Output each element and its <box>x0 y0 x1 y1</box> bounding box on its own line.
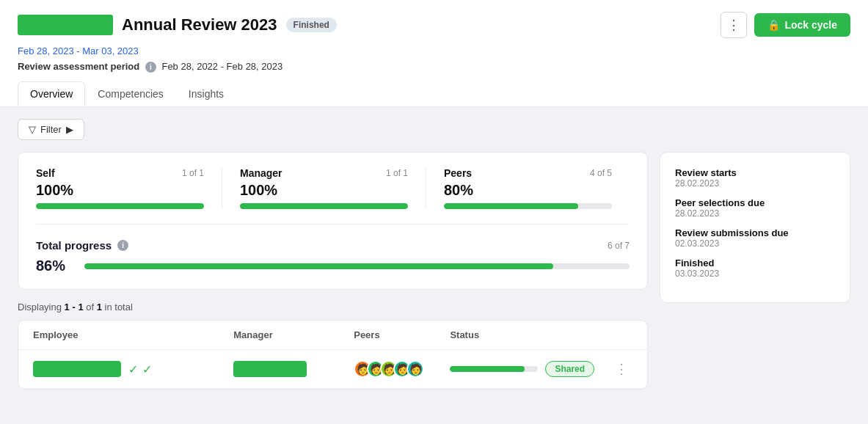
timeline-date-4: 03.03.2023 <box>675 268 835 279</box>
filter-bar: ▽ Filter ▶ <box>18 119 850 140</box>
manager-label: Manager <box>240 167 282 179</box>
self-progress-track <box>36 203 204 209</box>
main-and-side: Self 1 of 1 100% Manager 1 of 1 <box>18 152 850 390</box>
timeline-item-1: Review starts 28.02.2023 <box>675 167 835 189</box>
status-cell: Shared <box>450 361 610 377</box>
status-progress-fill <box>450 366 525 372</box>
tabs-row: Overview Competencies Insights <box>18 81 850 106</box>
manager-badge <box>233 361 307 377</box>
employee-cell: ✓ ✓ <box>33 361 233 377</box>
timeline-label-2: Peer selections due <box>675 197 835 208</box>
total-label-text: Total progress <box>36 239 112 252</box>
filter-icon: ▽ <box>29 124 36 135</box>
table-header: Employee Manager Peers Status <box>18 321 647 350</box>
filter-label: Filter <box>40 124 62 135</box>
peer-avatars: 🧑 🧑 🧑 🧑 🧑 <box>354 360 424 378</box>
total-count: 6 of 7 <box>608 241 630 251</box>
table-container: Employee Manager Peers Status ✓ ✓ <box>18 320 648 390</box>
check-icon-1: ✓ <box>128 362 138 376</box>
manager-count: 1 of 1 <box>386 168 408 178</box>
manager-progress-track <box>240 203 408 209</box>
peers-cell: 🧑 🧑 🧑 🧑 🧑 <box>354 360 450 378</box>
total-row: 86% <box>36 257 630 274</box>
lock-cycle-button[interactable]: 🔒 Lock cycle <box>754 13 850 37</box>
peers-progress-section: Peers 4 of 5 80% <box>444 167 630 209</box>
progress-panel: Self 1 of 1 100% Manager 1 of 1 <box>18 152 648 290</box>
status-progress-track <box>450 366 538 372</box>
timeline-label-1: Review starts <box>675 167 835 178</box>
manager-cell <box>233 361 354 377</box>
total-label: Total progress i <box>36 239 131 252</box>
timeline-item-3: Review submissions due 02.03.2023 <box>675 227 835 249</box>
total-info-icon: i <box>117 240 128 251</box>
info-icon: i <box>145 62 156 73</box>
timeline-item-4: Finished 03.03.2023 <box>675 257 835 279</box>
tab-competencies[interactable]: Competencies <box>85 81 176 106</box>
status-badge-shared: Shared <box>545 361 594 377</box>
header-actions: ⋮ 🔒 Lock cycle <box>721 12 850 38</box>
self-label: Self <box>36 167 55 179</box>
manager-pct: 100% <box>240 182 408 199</box>
timeline-label-4: Finished <box>675 257 835 268</box>
peer-avatar-5: 🧑 <box>406 360 424 378</box>
self-pct: 100% <box>36 182 204 199</box>
date-range: Feb 28, 2023 - Mar 03, 2023 <box>18 45 850 56</box>
self-count: 1 of 1 <box>182 168 204 178</box>
check-icon-2: ✓ <box>142 362 152 376</box>
filter-button[interactable]: ▽ Filter ▶ <box>18 119 84 140</box>
col-header-manager: Manager <box>233 329 354 340</box>
self-progress-fill <box>36 203 204 209</box>
total-pct: 86% <box>36 257 73 274</box>
main-left: Self 1 of 1 100% Manager 1 of 1 <box>18 152 648 390</box>
manager-progress-fill <box>240 203 408 209</box>
title-area: Annual Review 2023 Finished <box>18 15 337 35</box>
peers-progress-fill <box>444 203 578 209</box>
timeline-date-1: 28.02.2023 <box>675 178 835 189</box>
more-options-button[interactable]: ⋮ <box>721 12 747 38</box>
self-progress-section: Self 1 of 1 100% <box>36 167 222 209</box>
col-header-peers: Peers <box>354 329 450 340</box>
displaying-total: 1 <box>97 301 102 312</box>
page-title: Annual Review 2023 <box>122 15 277 34</box>
displaying-range: 1 - 1 <box>65 301 84 312</box>
lock-cycle-label: Lock cycle <box>784 19 837 31</box>
timeline-item-2: Peer selections due 28.02.2023 <box>675 197 835 219</box>
total-bar-fill <box>84 263 553 269</box>
manager-progress-section: Manager 1 of 1 100% <box>240 167 426 209</box>
peers-count: 4 of 5 <box>590 168 612 178</box>
peers-pct: 80% <box>444 182 612 199</box>
col-header-status: Status <box>450 329 610 340</box>
status-badge: Finished <box>286 18 337 32</box>
filter-expand-icon: ▶ <box>66 124 73 135</box>
employee-avatar-bar <box>33 361 121 377</box>
timeline-date-2: 28.02.2023 <box>675 208 835 219</box>
timeline-label-3: Review submissions due <box>675 227 835 238</box>
side-right: Review starts 28.02.2023 Peer selections… <box>660 152 850 390</box>
check-icons: ✓ ✓ <box>128 362 152 376</box>
peers-label: Peers <box>444 167 472 179</box>
assessment-range: Feb 28, 2022 - Feb 28, 2023 <box>161 61 282 72</box>
total-progress-section: Total progress i 6 of 7 86% <box>36 239 630 274</box>
displaying-text: Displaying 1 - 1 of 1 in total <box>18 301 648 312</box>
col-header-actions <box>610 329 632 340</box>
tab-overview[interactable]: Overview <box>18 81 85 106</box>
tab-insights[interactable]: Insights <box>176 81 236 106</box>
timeline-date-3: 02.03.2023 <box>675 238 835 249</box>
lock-icon: 🔒 <box>767 19 780 31</box>
assessment-label: Review assessment period <box>18 61 139 72</box>
title-accent-bar <box>18 15 113 35</box>
peers-progress-track <box>444 203 612 209</box>
assessment-period: Review assessment period i Feb 28, 2022 … <box>18 61 850 73</box>
progress-sections: Self 1 of 1 100% Manager 1 of 1 <box>36 167 630 224</box>
table-row: ✓ ✓ 🧑 🧑 🧑 🧑 🧑 <box>18 350 647 389</box>
timeline-card: Review starts 28.02.2023 Peer selections… <box>660 152 850 303</box>
total-bar-track <box>84 263 630 269</box>
row-actions-button[interactable]: ⋮ <box>610 361 632 377</box>
col-header-employee: Employee <box>33 329 233 340</box>
